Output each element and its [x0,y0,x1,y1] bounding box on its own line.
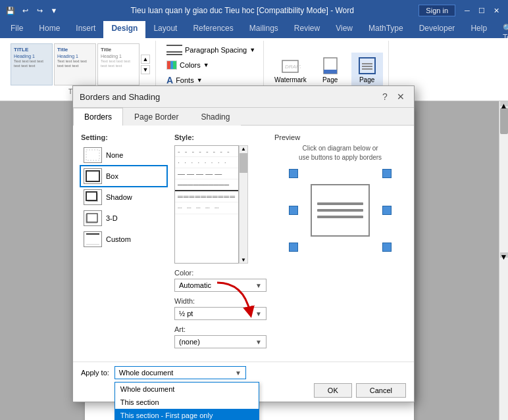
maximize-button[interactable]: ☐ [475,4,488,17]
quick-access-toolbar[interactable]: 💾 ↩ ↪ ▼ [5,5,59,16]
cancel-button[interactable]: Cancel [356,383,406,398]
apply-to-label: Apply to: [81,369,109,377]
minimize-button[interactable]: ─ [461,4,474,17]
border-br-button[interactable] [382,243,392,252]
tab-view[interactable]: View [328,21,361,38]
apply-option-section-first[interactable]: This section - First page only [115,409,259,420]
style-column: Style: - - - - - - - - · · · · · · · · —… [174,133,267,354]
style-list[interactable]: - - - - - - - - · · · · · · · · — — — — … [174,145,239,264]
color-value: Automatic [179,281,211,289]
setting-none[interactable]: None [81,145,166,165]
border-ml-button[interactable] [289,206,298,215]
page-borders-button[interactable]: Page [351,53,383,86]
scroll-down-button[interactable]: ▼ [500,252,508,258]
watermark-icon: DRAFT [280,55,301,76]
redo-icon[interactable]: ↪ [34,5,45,16]
fonts-button[interactable]: A Fonts ▼ [164,74,205,87]
customize-icon[interactable]: ▼ [49,5,59,16]
dialog-close-button[interactable]: ✕ [394,90,407,103]
color-row: Color: Automatic ▼ [174,269,267,292]
3d-label: 3-D [106,214,118,222]
art-dropdown[interactable]: (none) ▼ [174,335,267,348]
tab-layout[interactable]: Layout [145,21,185,38]
dialog-controls: ? ✕ [378,90,407,103]
preview-column: Preview Click on diagram below oruse but… [274,133,406,354]
tab-insert[interactable]: Insert [68,21,103,38]
colors-button[interactable]: Colors ▼ [164,59,212,71]
save-icon[interactable]: 💾 [5,5,16,16]
border-tl-button[interactable] [289,169,298,178]
svg-rect-14 [86,234,99,245]
tab-design[interactable]: Design [103,21,145,38]
theme-preview-3[interactable]: Title Heading 1 Text text text text text… [97,43,140,85]
ribbon: File Home Insert Design Layout Reference… [0,21,508,38]
svg-text:DRAFT: DRAFT [285,64,301,70]
tab-page-border[interactable]: Page Border [123,108,190,126]
tab-borders[interactable]: Borders [73,108,123,126]
tab-developer[interactable]: Developer [411,21,463,38]
window-controls[interactable]: ─ ☐ ✕ [461,4,503,17]
border-bl-button[interactable] [289,243,298,252]
svg-rect-6 [362,66,372,67]
shadow-label: Shadow [106,193,132,201]
tab-mathtype[interactable]: MathType [361,21,411,38]
style-scroll-down[interactable]: ▼ [240,257,247,263]
style-item-1[interactable]: - - - - - - - - [175,146,238,157]
vertical-scrollbar[interactable]: ▲ ▼ [499,101,508,420]
svg-rect-11 [86,192,97,200]
scrollbar-thumb[interactable] [500,108,508,134]
style-scroll-thumb[interactable] [240,153,247,173]
sign-in-button[interactable]: Sign in [419,5,455,16]
theme-down-arrow[interactable]: ▼ [141,65,150,74]
border-mr-button[interactable] [382,206,392,215]
preview-line-2 [317,209,363,212]
theme-up-arrow[interactable]: ▲ [141,55,150,64]
style-item-5[interactable]: ══════════ [175,191,238,202]
style-item-2[interactable]: · · · · · · · · [175,157,238,168]
dialog-help-button[interactable]: ? [378,90,392,103]
none-label: None [106,151,123,159]
width-dropdown[interactable]: ½ pt ▼ [174,307,267,320]
undo-icon[interactable]: ↩ [20,5,30,16]
watermark-button[interactable]: DRAFT Watermark [272,53,309,86]
apply-option-section[interactable]: This section [115,396,259,409]
svg-rect-13 [87,214,97,222]
theme-preview-1[interactable]: TITLE Heading 1 Text text text text text… [11,43,53,85]
3d-icon [84,210,102,226]
tab-review[interactable]: Review [286,21,328,38]
setting-shadow[interactable]: Shadow [81,187,166,207]
apply-to-dropdown-list[interactable]: Whole document This section This section… [114,382,259,420]
theme-preview-2[interactable]: Title Heading 1 Text text text text text… [54,43,96,85]
themes-content: TITLE Heading 1 Text text text text text… [11,43,150,85]
ok-button[interactable]: OK [314,383,352,398]
style-scrollbar[interactable]: ▲ ▼ [239,145,248,264]
box-icon [84,168,102,184]
box-label: Box [106,172,118,180]
tab-shading[interactable]: Shading [190,108,241,126]
preview-area[interactable] [288,168,393,253]
tab-file[interactable]: File [3,21,31,38]
preview-label: Preview [274,133,406,141]
close-window-button[interactable]: ✕ [490,4,503,17]
setting-custom[interactable]: Custom [81,229,166,249]
style-item-3[interactable]: — — — — — [175,168,238,179]
setting-3d[interactable]: 3-D [81,208,166,228]
setting-box[interactable]: Box [81,166,166,186]
tab-mailings[interactable]: Mailings [241,21,286,38]
border-tr-button[interactable] [382,169,392,178]
tab-tell-me[interactable]: 🔍 Tell me [495,21,508,38]
tab-home[interactable]: Home [31,21,68,38]
style-scroll-up[interactable]: ▲ [240,146,247,152]
scroll-up-button[interactable]: ▲ [500,101,508,106]
color-dropdown[interactable]: Automatic ▼ [174,279,267,292]
apply-to-trigger[interactable]: Whole document ▼ [114,366,246,379]
style-item-6[interactable]: ┄ ┄ ┄ ┄ ┄ [175,202,238,214]
tab-references[interactable]: References [185,21,241,38]
page-color-button[interactable]: Page [315,53,346,86]
custom-icon [84,231,102,247]
style-item-4[interactable]: ────────── [175,179,238,191]
paragraph-spacing-button[interactable]: Paragraph Spacing ▼ [164,43,258,57]
art-dropdown-arrow: ▼ [255,338,262,346]
tab-help[interactable]: Help [463,21,495,38]
apply-option-whole[interactable]: Whole document [115,383,259,396]
